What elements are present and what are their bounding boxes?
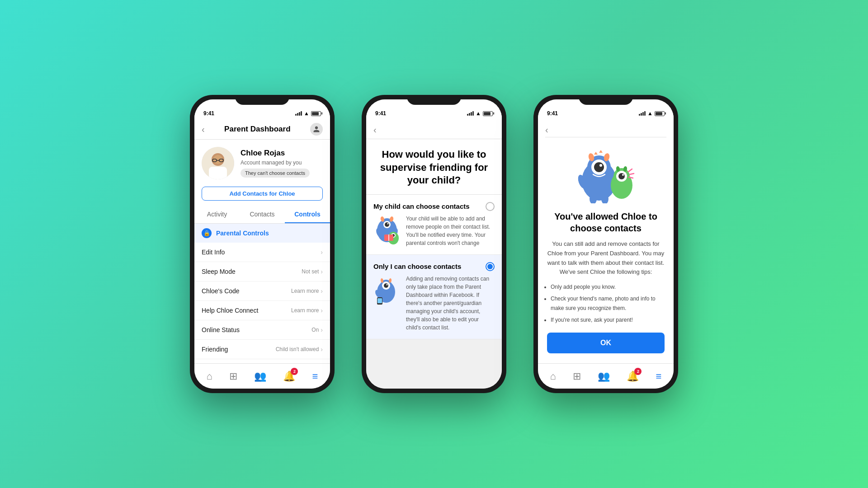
add-contacts-button[interactable]: Add Contacts for Chloe <box>202 187 323 201</box>
option-desc-2: Adding and removing contacts can only ta… <box>406 275 495 332</box>
people-icon-1[interactable]: 👥 <box>254 371 266 382</box>
status-time-1: 9:41 <box>203 110 214 117</box>
option-title-2: Only I can choose contacts <box>373 263 461 270</box>
menu-item-right-online-status: On› <box>311 326 323 333</box>
bell-icon-3[interactable]: 🔔 2 <box>627 371 639 382</box>
chevron-icon: › <box>321 249 323 256</box>
chevron-icon-code: › <box>321 287 323 295</box>
option-header-2: Only I can choose contacts <box>373 262 495 271</box>
store-icon-3[interactable]: ⊞ <box>573 371 581 382</box>
option-body-1: Your child will be able to add and remov… <box>373 215 495 247</box>
phone-3: 9:41 ▲ ‹ <box>533 95 678 393</box>
bottom-nav-1: ⌂ ⊞ 👥 🔔 2 ≡ <box>194 363 330 389</box>
svg-point-10 <box>385 222 389 227</box>
bottom-nav-3: ⌂ ⊞ 👥 🔔 2 ≡ <box>538 363 674 389</box>
screen3-desc: You can still add and remove contacts fo… <box>547 239 665 277</box>
menu-item-sleep-mode[interactable]: Sleep Mode Not set› <box>194 262 330 282</box>
menu-item-edit-info[interactable]: Edit Info › <box>194 243 330 262</box>
option-card-2[interactable]: Only I can choose contacts <box>366 255 502 339</box>
notch-1 <box>235 95 289 105</box>
svg-rect-31 <box>377 298 382 303</box>
tab-activity[interactable]: Activity <box>194 206 240 223</box>
radio-1[interactable] <box>486 202 495 211</box>
bullet-1: Only add people you know. <box>551 282 665 292</box>
option-card-1[interactable]: My child can choose contacts <box>366 195 502 255</box>
profile-name: Chloe Rojas <box>241 149 310 158</box>
menu-item-right-chloes-code: Learn more› <box>291 287 323 295</box>
menu-item-friending[interactable]: Friending Child isn't allowed› <box>194 340 330 359</box>
svg-line-53 <box>628 169 632 172</box>
store-icon-1[interactable]: ⊞ <box>229 371 237 382</box>
signal-icon-3 <box>639 111 646 116</box>
svg-point-25 <box>384 283 388 288</box>
battery-icon-2 <box>483 111 493 116</box>
wifi-icon-2: ▲ <box>476 110 481 117</box>
menu-item-chloes-code[interactable]: Chloe's Code Learn more› <box>194 282 330 301</box>
contact-badge: They can't choose contacts <box>241 169 310 178</box>
menu-icon-3[interactable]: ≡ <box>656 371 662 382</box>
status-time-3: 9:41 <box>547 110 558 117</box>
menu-item-help-connect[interactable]: Help Chloe Connect Learn more› <box>194 301 330 320</box>
option-body-2: Adding and removing contacts can only ta… <box>373 275 495 332</box>
menu-item-label-edit-info: Edit Info <box>202 249 225 256</box>
menu-icon-1[interactable]: ≡ <box>312 371 318 382</box>
svg-rect-2 <box>209 167 227 179</box>
back-button-2[interactable]: ‹ <box>373 125 377 135</box>
chevron-icon-connect: › <box>321 307 323 314</box>
svg-line-54 <box>630 174 634 174</box>
menu-item-logout[interactable]: Log Out of Devices › <box>194 359 330 363</box>
signal-icon-1 <box>295 111 302 116</box>
notification-badge-3: 2 <box>634 368 642 375</box>
svg-point-36 <box>594 162 604 172</box>
header-3: ‹ <box>538 119 674 137</box>
menu-item-right-friending: Child isn't allowed› <box>276 346 323 353</box>
mascot-2 <box>373 275 401 306</box>
menu-item-label-help-connect: Help Chloe Connect <box>202 307 258 314</box>
home-icon-1[interactable]: ⌂ <box>207 371 212 382</box>
tabs: Activity Contacts Controls <box>194 206 330 224</box>
mascot-3 <box>570 149 642 205</box>
svg-point-49 <box>618 173 625 179</box>
bell-icon-1[interactable]: 🔔 2 <box>283 371 295 382</box>
menu-item-right-help-connect: Learn more› <box>291 307 323 314</box>
tab-contacts[interactable]: Contacts <box>240 206 285 223</box>
phone-1: 9:41 ▲ ‹ Parent Dashboard <box>190 95 335 393</box>
notch-2 <box>407 95 461 105</box>
radio-2[interactable] <box>486 262 495 271</box>
profile-sub: Account managed by you <box>241 160 310 166</box>
option-title-1: My child can choose contacts <box>373 202 470 210</box>
status-icons-2: ▲ <box>467 110 493 117</box>
status-icons-1: ▲ <box>295 110 321 117</box>
screen3-bullets: Only add people you know. Check your fri… <box>547 282 665 327</box>
option-desc-1: Your child will be able to add and remov… <box>406 215 495 247</box>
wifi-icon-3: ▲ <box>647 110 653 117</box>
menu-item-online-status[interactable]: Online Status On› <box>194 320 330 340</box>
svg-point-26 <box>387 284 388 285</box>
svg-point-3 <box>213 155 222 164</box>
battery-icon-1 <box>311 111 321 116</box>
profile-section: Chloe Rojas Account managed by you They … <box>194 140 330 187</box>
back-button-1[interactable]: ‹ <box>202 124 205 135</box>
screen3-title: You've allowed Chloe to choose contacts <box>547 211 665 234</box>
svg-marker-41 <box>599 150 603 153</box>
bullet-2: Check your friend's name, photo and info… <box>551 294 665 314</box>
screen3-content: You've allowed Chloe to choose contacts … <box>538 137 674 363</box>
chevron-icon-status: › <box>321 326 323 333</box>
tab-controls[interactable]: Controls <box>285 206 330 223</box>
people-icon-3[interactable]: 👥 <box>598 371 610 382</box>
menu-item-label-friending: Friending <box>202 346 228 353</box>
menu-item-right-sleep-mode: Not set› <box>302 268 323 275</box>
chevron-icon-sleep: › <box>321 268 323 275</box>
ok-button[interactable]: OK <box>547 333 665 353</box>
back-button-3[interactable]: ‹ <box>545 125 548 135</box>
home-icon-3[interactable]: ⌂ <box>550 371 556 382</box>
svg-point-11 <box>387 223 389 224</box>
notch-3 <box>579 95 633 105</box>
option-header-1: My child can choose contacts <box>373 202 495 211</box>
signal-icon-2 <box>467 111 474 116</box>
profile-icon-button[interactable] <box>310 123 323 136</box>
svg-point-50 <box>622 174 624 176</box>
screen2-title: How would you like to supervise friendin… <box>366 139 502 194</box>
parental-controls-label: Parental Controls <box>216 230 269 237</box>
mascot-1 <box>373 215 401 246</box>
